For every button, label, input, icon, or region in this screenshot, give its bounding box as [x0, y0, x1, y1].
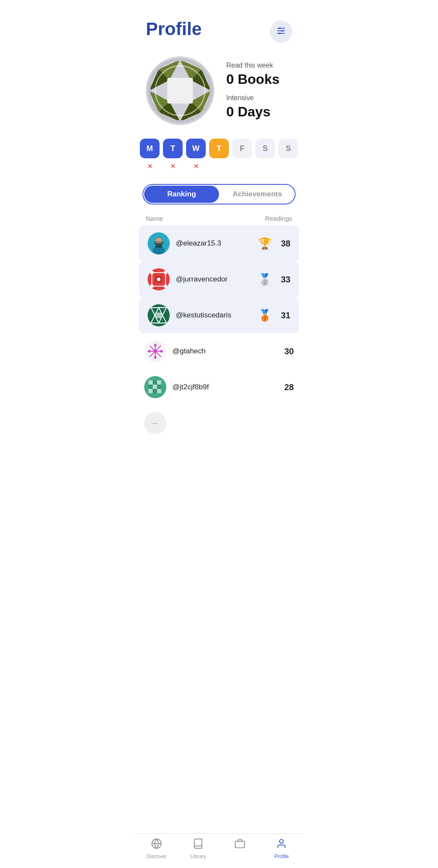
- svg-point-33: [164, 271, 167, 274]
- reading-count: 28: [280, 382, 294, 392]
- stats-container: Read this week 0 Books Intensive 0 Days: [226, 62, 279, 120]
- day-btn-M[interactable]: M: [140, 139, 160, 158]
- header: Profile: [136, 0, 302, 50]
- ranking-row[interactable]: @jt2cjf8b9f28: [136, 369, 302, 405]
- svg-rect-53: [148, 380, 153, 385]
- svg-point-51: [160, 350, 163, 353]
- svg-point-35: [164, 284, 167, 288]
- ranking-row[interactable]: @kestutiscedaris🥉31: [139, 297, 299, 333]
- nav-item-profile[interactable]: Profile: [266, 838, 296, 859]
- days-section: MTWTFSS ✕✕✕✕✕✕✕: [136, 135, 302, 181]
- svg-rect-28: [154, 241, 164, 245]
- svg-rect-54: [153, 380, 157, 385]
- svg-point-5: [279, 33, 281, 34]
- days-value: 0 Days: [226, 104, 279, 120]
- svg-rect-58: [157, 385, 161, 389]
- nav-icon-2: [234, 838, 246, 852]
- day-mark-T: ✕: [163, 162, 183, 170]
- svg-point-65: [280, 839, 284, 843]
- svg-rect-59: [148, 389, 153, 393]
- day-btn-S[interactable]: S: [278, 139, 298, 158]
- day-mark-M: ✕: [140, 162, 160, 170]
- ranking-username: @kestutiscedaris: [176, 311, 252, 320]
- books-value: 0 Books: [226, 71, 279, 87]
- day-btn-F[interactable]: F: [232, 139, 252, 158]
- svg-rect-57: [153, 385, 157, 389]
- page-title: Profile: [146, 19, 202, 39]
- avatar[interactable]: [146, 56, 214, 125]
- day-btn-S[interactable]: S: [255, 139, 275, 158]
- svg-point-48: [154, 344, 157, 347]
- nav-label: Discover: [146, 853, 166, 859]
- svg-rect-60: [153, 389, 157, 393]
- achievements-tab[interactable]: Achievements: [220, 185, 295, 204]
- toggle-section: Ranking Achievements: [136, 181, 302, 211]
- ranking-username: @eleazar15.3: [176, 239, 252, 248]
- toggle-container: Ranking Achievements: [142, 184, 296, 204]
- ranking-avatar: [148, 268, 170, 290]
- ranking-list: @eleazar15.3🏆38 @jurravencedor🥈33 @kestu…: [136, 225, 302, 405]
- ranking-avatar: [148, 304, 170, 326]
- bottom-nav: DiscoverLibraryProfile: [136, 833, 302, 868]
- ranking-row[interactable]: @jurravencedor🥈33: [139, 261, 299, 297]
- settings-button[interactable]: [270, 21, 292, 43]
- svg-rect-55: [157, 380, 161, 385]
- day-mark-W: ✕: [186, 162, 206, 170]
- svg-point-4: [281, 30, 283, 32]
- ranking-avatar: [144, 340, 166, 362]
- svg-point-3: [279, 27, 281, 29]
- ranking-username: @jt2cjf8b9f: [172, 383, 274, 391]
- svg-point-47: [154, 350, 157, 353]
- nav-icon-3: [276, 838, 287, 852]
- trophy-icon: 🥉: [258, 309, 272, 322]
- table-header: Name Readings: [136, 211, 302, 225]
- svg-point-32: [150, 271, 154, 274]
- days-row: MTWTFSS: [140, 139, 298, 158]
- ranking-avatar: [148, 232, 170, 255]
- reading-count: 31: [277, 311, 290, 320]
- ranking-username: @gtahech: [172, 347, 274, 355]
- svg-rect-61: [157, 389, 161, 393]
- nav-icon-0: [151, 838, 162, 852]
- svg-point-50: [148, 350, 151, 353]
- svg-point-36: [157, 278, 160, 281]
- partial-row-indicator: ···: [136, 405, 302, 441]
- reading-count: 38: [277, 239, 290, 249]
- ranking-row[interactable]: @gtahech30: [136, 333, 302, 369]
- name-column-header: Name: [146, 215, 163, 222]
- settings-icon: [276, 26, 286, 38]
- readings-column-header: Readings: [265, 215, 292, 222]
- svg-rect-20: [167, 78, 193, 104]
- svg-rect-64: [235, 841, 245, 848]
- day-btn-T[interactable]: T: [209, 139, 229, 158]
- ranking-username: @jurravencedor: [176, 275, 252, 284]
- nav-item-discover[interactable]: Discover: [142, 838, 172, 859]
- svg-rect-56: [148, 385, 153, 389]
- ranking-row[interactable]: @eleazar15.3🏆38: [139, 225, 299, 261]
- nav-label: Library: [190, 853, 206, 859]
- ranking-avatar: [144, 376, 166, 398]
- reading-count: 33: [277, 275, 290, 284]
- nav-item-library[interactable]: Library: [183, 838, 213, 859]
- ranking-tab[interactable]: Ranking: [144, 186, 219, 203]
- svg-rect-41: [156, 313, 161, 318]
- read-this-week-label: Read this week: [226, 62, 279, 69]
- day-btn-W[interactable]: W: [186, 139, 206, 158]
- day-btn-T[interactable]: T: [163, 139, 183, 158]
- reading-count: 30: [280, 347, 294, 356]
- trophy-icon: 🥈: [258, 273, 272, 286]
- trophy-icon: 🏆: [258, 237, 272, 250]
- nav-icon-1: [192, 838, 204, 852]
- svg-point-49: [154, 356, 157, 358]
- nav-item-2[interactable]: [225, 838, 255, 859]
- marks-row: ✕✕✕✕✕✕✕: [140, 162, 298, 170]
- svg-point-34: [150, 284, 154, 288]
- nav-label: Profile: [274, 853, 289, 859]
- profile-section: Read this week 0 Books Intensive 0 Days: [136, 50, 302, 135]
- intensive-label: Intensive: [226, 94, 279, 102]
